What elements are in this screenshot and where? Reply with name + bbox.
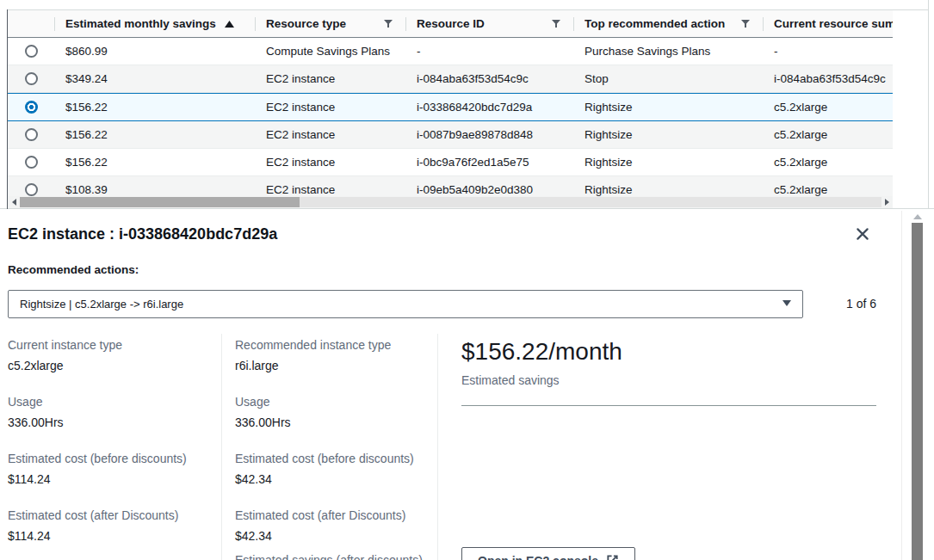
cell-resource-id: i-0087b9ae89878d848 (405, 121, 573, 148)
scroll-right-arrow-icon[interactable] (885, 199, 889, 206)
row-radio-button[interactable] (25, 183, 38, 196)
cell-action: Rightsize (573, 149, 763, 175)
cell-resource-type: EC2 instance (255, 121, 405, 148)
column-label: Current resource summary (774, 17, 893, 30)
cell-action: Purchase Savings Plans (573, 38, 763, 65)
column-header-resource-id[interactable]: Resource ID (405, 10, 573, 37)
scroll-up-arrow-icon[interactable] (913, 214, 922, 219)
filter-icon[interactable] (740, 19, 751, 28)
scroll-left-arrow-icon[interactable] (12, 199, 16, 206)
field-value: c5.2xlarge (8, 359, 210, 373)
field-recommended-usage: Usage 336.00Hrs (235, 395, 429, 430)
recommended-instance-column: Recommended instance type r6i.large Usag… (235, 338, 429, 556)
column-header-resource-type[interactable]: Resource type (255, 10, 405, 37)
column-label: Estimated monthly savings (65, 17, 216, 30)
horizontal-scrollbar-track[interactable] (20, 197, 881, 207)
field-label: Estimated cost (before discounts) (235, 452, 429, 466)
cell-savings: $156.22 (54, 94, 255, 120)
estimated-savings-caption: Estimated savings (461, 373, 876, 387)
external-link-icon (606, 554, 619, 560)
current-instance-column: Current instance type c5.2xlarge Usage 3… (8, 338, 210, 556)
column-divider (437, 334, 438, 560)
cell-summary: c5.2xlarge (763, 121, 893, 148)
field-value: $114.24 (8, 472, 210, 487)
column-header-top-recommended-action[interactable]: Top recommended action (573, 10, 763, 37)
row-radio-button[interactable] (25, 156, 38, 169)
detail-panel-title: EC2 instance : i-033868420bdc7d29a (8, 225, 277, 243)
vertical-scrollbar-thumb[interactable] (912, 223, 923, 560)
chevron-down-icon (782, 300, 791, 306)
table-row[interactable]: $156.22 EC2 instance i-0bc9a76f2ed1a5e75… (8, 149, 893, 176)
field-recommended-cost-before: Estimated cost (before discounts) $42.34 (235, 452, 429, 487)
table-row[interactable]: $349.24 EC2 instance i-084aba63f53d54c9c… (8, 65, 893, 93)
column-header-current-resource-summary[interactable]: Current resource summary (763, 10, 893, 37)
column-label: Resource ID (417, 17, 485, 30)
field-value: $114.24 (8, 529, 210, 544)
table-header-row: Estimated monthly savings Resource type … (8, 10, 893, 38)
recommendations-table: Estimated monthly savings Resource type … (8, 10, 893, 209)
table-row[interactable]: $156.22 EC2 instance i-0087b9ae89878d848… (8, 121, 893, 149)
cell-resource-type: EC2 instance (255, 149, 405, 175)
clipped-field-label: Estimated savings (after discounts) (235, 553, 423, 560)
resource-detail-panel: EC2 instance : i-033868420bdc7d29a Recom… (0, 209, 934, 560)
field-label: Recommended instance type (235, 338, 429, 353)
cell-summary: i-084aba63f53d54c9c (763, 65, 893, 92)
recommendations-table-section: Estimated monthly savings Resource type … (0, 0, 934, 209)
field-label: Estimated cost (after Discounts) (8, 508, 210, 523)
horizontal-scrollbar[interactable] (8, 196, 893, 208)
cell-summary: c5.2xlarge (763, 149, 893, 175)
cell-savings: $156.22 (54, 149, 255, 175)
cell-savings: $349.24 (54, 65, 255, 92)
field-value: 336.00Hrs (8, 415, 210, 430)
cell-savings: $860.99 (54, 38, 255, 65)
cell-resource-type: EC2 instance (255, 94, 405, 120)
close-icon[interactable] (855, 225, 872, 243)
cost-explorer-rightsizing-screen: Estimated monthly savings Resource type … (0, 0, 934, 560)
cell-action: Rightsize (573, 121, 763, 148)
scrollbar-gutter-line (901, 211, 902, 560)
filter-icon[interactable] (383, 19, 393, 28)
field-value: $42.34 (235, 529, 429, 544)
cell-savings: $156.22 (54, 121, 255, 148)
savings-summary-section: $156.22/month Estimated savings Open in … (461, 338, 876, 406)
button-label: Open in EC2 console (478, 554, 598, 560)
field-value: $42.34 (235, 472, 429, 487)
column-label: Top recommended action (585, 17, 725, 30)
table-row-selected[interactable]: $156.22 EC2 instance i-033868420bdc7d29a… (8, 93, 893, 121)
sort-ascending-icon[interactable] (225, 21, 234, 28)
field-label: Usage (8, 395, 210, 409)
recommended-action-select[interactable]: Rightsize | c5.2xlarge -> r6i.large (8, 290, 803, 318)
cell-resource-id: i-033868420bdc7d29a (405, 94, 573, 120)
estimated-savings-amount: $156.22/month (461, 338, 876, 366)
recommended-actions-label: Recommended actions: (8, 263, 139, 276)
column-label: Resource type (266, 17, 346, 30)
table-row[interactable]: $860.99 Compute Savings Plans - Purchase… (8, 38, 893, 65)
cell-resource-id: i-0bc9a76f2ed1a5e75 (405, 149, 573, 175)
cell-action: Rightsize (573, 94, 763, 120)
selection-column-header (8, 10, 54, 37)
field-label: Usage (235, 395, 429, 409)
column-divider (221, 334, 222, 560)
cell-summary: c5.2xlarge (763, 94, 893, 120)
cell-resource-type: EC2 instance (255, 65, 405, 92)
horizontal-scrollbar-thumb[interactable] (20, 197, 300, 207)
table-left-border (7, 9, 8, 209)
row-radio-button[interactable] (25, 72, 38, 85)
filter-icon[interactable] (551, 19, 561, 28)
field-current-cost-before: Estimated cost (before discounts) $114.2… (8, 452, 210, 487)
row-radio-button-selected[interactable] (25, 101, 38, 114)
field-label: Current instance type (8, 338, 210, 353)
cell-summary: - (763, 38, 893, 65)
row-radio-button[interactable] (25, 128, 38, 141)
action-pager: 1 of 6 (846, 297, 876, 311)
open-ec2-console-button[interactable]: Open in EC2 console (461, 547, 635, 560)
column-header-estimated-monthly-savings[interactable]: Estimated monthly savings (54, 10, 255, 37)
row-radio-button[interactable] (25, 45, 38, 58)
section-divider (461, 405, 876, 406)
cell-resource-id: i-084aba63f53d54c9c (405, 65, 573, 92)
field-current-usage: Usage 336.00Hrs (8, 395, 210, 430)
field-label: Estimated cost (before discounts) (8, 452, 210, 466)
right-border-line (928, 0, 929, 209)
field-label: Estimated cost (after Discounts) (235, 508, 429, 523)
field-recommended-instance-type: Recommended instance type r6i.large (235, 338, 429, 373)
